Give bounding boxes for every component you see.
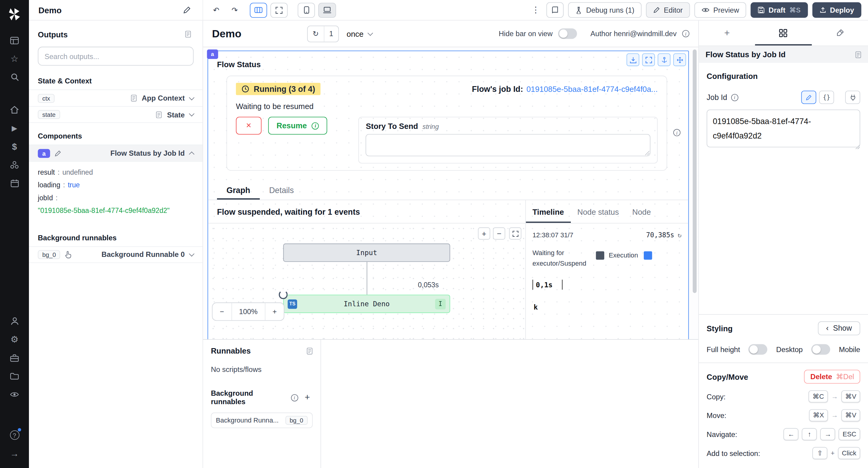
graph-zoom-control: − 100% +: [212, 302, 284, 321]
tab-timeline[interactable]: Timeline: [526, 200, 571, 223]
flow-status-component[interactable]: a Flow Status Runni: [208, 51, 689, 339]
tab-node-status[interactable]: Node status: [570, 200, 625, 223]
app-canvas[interactable]: a Flow Status Runni: [203, 47, 698, 339]
timeline-total-duration: 70,385s: [646, 231, 674, 239]
desktop-label: Desktop: [776, 345, 803, 354]
rail-item-help[interactable]: ?: [4, 426, 24, 444]
add-background-runnable-button[interactable]: +: [302, 392, 313, 403]
windmill-logo: [7, 7, 22, 22]
rail-item-resources[interactable]: [4, 156, 24, 174]
rail-item-workers[interactable]: [4, 349, 24, 367]
outputs-title: Outputs: [38, 30, 68, 39]
draft-button[interactable]: Draft⌘S: [751, 2, 808, 18]
canvas-scrollbar[interactable]: [692, 49, 696, 293]
graph-fullscreen-button[interactable]: [509, 227, 521, 240]
more-menu-button[interactable]: ⋮: [529, 3, 542, 17]
rail-item-apps[interactable]: [4, 31, 24, 49]
rail-item-users[interactable]: [4, 312, 24, 330]
graph-zoom-out-button[interactable]: −: [493, 227, 505, 240]
tab-styling[interactable]: [812, 21, 868, 45]
cancel-flow-button[interactable]: ×: [236, 117, 261, 135]
kbd-arrow-left: ←: [784, 428, 799, 441]
graph-node-inline-deno[interactable]: TS Inline Deno I: [283, 295, 450, 313]
app-rail: ☆ ▶ $ ⚙ ? →: [0, 0, 29, 468]
search-outputs-input[interactable]: [38, 47, 194, 66]
component-move-button[interactable]: [673, 53, 686, 66]
ctx-row[interactable]: ctx App Context: [29, 90, 203, 106]
settings-spacer: [699, 150, 868, 314]
rail-item-runs[interactable]: ▶: [4, 119, 24, 137]
deploy-button[interactable]: Deploy: [812, 2, 861, 18]
collapse-panel-button[interactable]: [183, 28, 194, 40]
desktop-view-button[interactable]: [318, 2, 336, 18]
rail-item-collapse[interactable]: →: [4, 444, 24, 463]
graph-zoom-in-button[interactable]: +: [478, 227, 490, 240]
bg-runnable-row[interactable]: bg_0 Background Runnable 0: [29, 246, 203, 263]
resize-handle[interactable]: [644, 150, 650, 155]
docs-button[interactable]: [547, 2, 564, 18]
tab-details[interactable]: Details: [260, 182, 304, 200]
component-anchor-button[interactable]: [658, 53, 670, 66]
author-label: Author henri@windmill.dev: [590, 30, 677, 38]
state-row[interactable]: state State: [29, 106, 203, 123]
app-root: ☆ ▶ $ ⚙ ? → Demo ↶ ↷: [0, 0, 868, 468]
editor-mode-button[interactable]: Editor: [646, 2, 690, 18]
rail-item-schedules[interactable]: [4, 174, 24, 193]
delete-component-button[interactable]: Delete ⌘Del: [804, 370, 861, 384]
story-to-send-input[interactable]: [366, 134, 650, 156]
full-height-toggle[interactable]: [749, 344, 768, 355]
component-a-row[interactable]: a Flow Status by Job Id: [29, 144, 203, 161]
rail-item-search[interactable]: [4, 68, 24, 86]
edit-title-button[interactable]: [181, 4, 193, 16]
eval-input-mode-button[interactable]: {}: [819, 91, 834, 104]
folder-icon: [10, 372, 19, 380]
move-icon: [676, 56, 683, 63]
refresh-button[interactable]: ↻: [308, 26, 324, 41]
show-styling-button[interactable]: ‹ Show: [818, 321, 860, 335]
toggle-panels-button[interactable]: [250, 2, 267, 18]
redo-button[interactable]: ↷: [229, 4, 240, 16]
tab-insert[interactable]: +: [699, 21, 755, 45]
phone-icon: [304, 6, 309, 14]
jobid-input[interactable]: 0191085e-5baa-81ef-4774-c9ef4f0a92d2: [707, 110, 861, 147]
rail-item-home[interactable]: [4, 101, 24, 119]
chevron-down-icon: [368, 30, 373, 36]
rail-item-variables[interactable]: $: [4, 137, 24, 156]
graph-node-input[interactable]: Input: [283, 244, 450, 262]
connect-input-button[interactable]: [845, 91, 860, 104]
runnables-panel-button[interactable]: [307, 347, 313, 355]
fit-view-button[interactable]: [271, 2, 288, 18]
tab-node[interactable]: Node: [626, 200, 658, 223]
graph-edge: [367, 262, 367, 295]
zoom-out-button[interactable]: −: [213, 303, 231, 320]
schedule-select[interactable]: once: [347, 29, 373, 38]
edit-component-id-button[interactable]: [55, 150, 61, 157]
hide-bar-toggle[interactable]: [558, 28, 577, 39]
resize-handle[interactable]: [855, 144, 860, 149]
resume-button[interactable]: Resume i: [268, 117, 328, 135]
job-id-link[interactable]: 0191085e-5baa-81ef-4774-c9ef4f0a...: [527, 85, 658, 94]
status-chip: Running (3 of 4): [236, 83, 321, 95]
preview-mode-button[interactable]: Preview: [694, 2, 746, 18]
component-insert-button[interactable]: [627, 53, 639, 66]
rail-item-settings[interactable]: ⚙: [4, 330, 24, 349]
static-input-mode-button[interactable]: [801, 91, 816, 104]
undo-button[interactable]: ↶: [211, 4, 221, 16]
flow-graph-canvas[interactable]: + − Input 0,053s TS: [208, 224, 525, 339]
plus-icon: +: [273, 307, 277, 316]
pencil-icon: [653, 7, 660, 13]
rail-item-favorites[interactable]: ☆: [4, 49, 24, 68]
rail-item-folders[interactable]: [4, 367, 24, 385]
debug-runs-button[interactable]: Debug runs (1): [568, 2, 642, 18]
notification-dot: [18, 428, 21, 432]
zoom-in-button[interactable]: +: [265, 303, 284, 320]
tab-settings[interactable]: [755, 21, 812, 45]
desktop-toggle[interactable]: [811, 344, 830, 355]
node-deno-label: Inline Deno: [344, 300, 390, 308]
rail-item-audit[interactable]: [4, 385, 24, 404]
component-expand-button[interactable]: [642, 53, 655, 66]
copy-shortcut-row: Copy: ⌘C → ⌘V: [707, 390, 861, 403]
tab-graph[interactable]: Graph: [217, 182, 260, 200]
bg-runnable-item[interactable]: Background Runna... bg_0: [211, 412, 313, 428]
mobile-view-button[interactable]: [298, 2, 315, 18]
